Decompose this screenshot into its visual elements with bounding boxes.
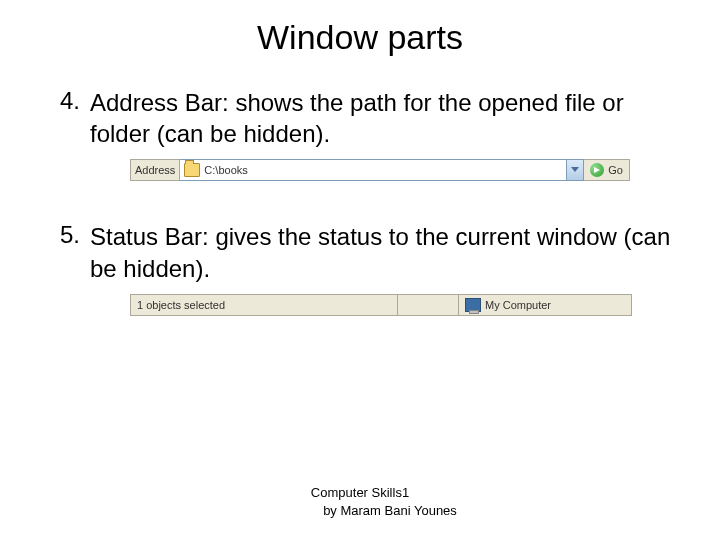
statusbar-illustration: 1 objects selected My Computer [130, 294, 680, 316]
svg-marker-0 [571, 167, 579, 172]
address-label: Address [130, 159, 180, 181]
computer-icon [465, 298, 481, 312]
address-path: C:\books [204, 164, 247, 176]
address-dropdown [567, 159, 584, 181]
status-right-panel: My Computer [459, 295, 631, 315]
slide-title: Window parts [0, 0, 720, 57]
svg-marker-1 [594, 167, 600, 173]
address-field: C:\books [180, 159, 567, 181]
footer-line-1: Computer Skills1 [0, 484, 720, 502]
status-bar: 1 objects selected My Computer [130, 294, 632, 316]
go-arrow-icon [590, 163, 604, 177]
list-item-5: 5. Status Bar: gives the status to the c… [40, 221, 680, 283]
list-item-4: 4. Address Bar: shows the path for the o… [40, 87, 680, 149]
content-area: 4. Address Bar: shows the path for the o… [0, 57, 720, 316]
go-button: Go [584, 159, 630, 181]
status-left-panel: 1 objects selected [131, 295, 398, 315]
chevron-down-icon [571, 167, 579, 173]
folder-icon [184, 163, 200, 177]
item-number: 4. [40, 87, 90, 149]
address-bar: Address C:\books Go [130, 159, 630, 181]
slide-footer: Computer Skills1 by Maram Bani Younes [0, 484, 720, 520]
go-label: Go [608, 164, 623, 176]
addressbar-illustration: Address C:\books Go [130, 159, 680, 181]
status-right-label: My Computer [485, 299, 551, 311]
footer-line-2: by Maram Bani Younes [0, 502, 720, 520]
item-text: Status Bar: gives the status to the curr… [90, 221, 680, 283]
item-number: 5. [40, 221, 90, 283]
item-text: Address Bar: shows the path for the open… [90, 87, 680, 149]
status-mid-panel [398, 295, 459, 315]
